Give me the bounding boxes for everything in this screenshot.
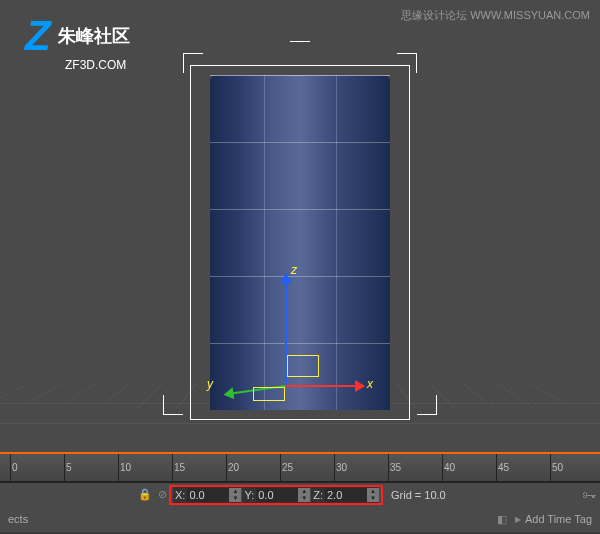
cage-corner <box>163 395 183 415</box>
timeline-label: 45 <box>498 462 509 473</box>
logo-letter: Z <box>25 12 51 60</box>
timeline-label: 40 <box>444 462 455 473</box>
gizmo-x-axis[interactable] <box>285 385 363 387</box>
timeline-label: 10 <box>120 462 131 473</box>
z-input[interactable] <box>325 488 367 502</box>
timeline-label: 5 <box>66 462 72 473</box>
cage-corner <box>290 41 310 61</box>
timeline-tick <box>388 454 389 482</box>
z-label: Z: <box>311 489 325 501</box>
selection-lock-icon[interactable]: ⊘ <box>158 488 167 501</box>
logo-title-cn: 朱峰社区 <box>58 24 130 48</box>
add-time-tag-label: Add Time Tag <box>525 513 592 525</box>
ground-line <box>0 423 600 424</box>
timeline-label: 50 <box>552 462 563 473</box>
timeline-label: 30 <box>336 462 347 473</box>
timeline-label: 20 <box>228 462 239 473</box>
grid-label: Grid = 10.0 <box>391 489 446 501</box>
timeline-tick <box>172 454 173 482</box>
cage-corner <box>417 395 437 415</box>
add-time-tag-button[interactable]: Add Time Tag <box>515 513 592 525</box>
3d-viewport[interactable]: Z 朱峰社区 ZF3D.COM 思缘设计论坛 WWW.MISSYUAN.COM <box>0 0 600 454</box>
x-label: X: <box>173 489 187 501</box>
gizmo-plane-zx[interactable] <box>287 355 319 377</box>
lock-icon[interactable]: 🔒 <box>138 488 152 502</box>
timeline-tick <box>226 454 227 482</box>
y-input[interactable] <box>256 488 298 502</box>
autokey-icon[interactable]: 🗝 <box>582 487 596 503</box>
timeline-tick <box>550 454 551 482</box>
y-label: Y: <box>242 489 256 501</box>
y-coord-group: Y: ▲▼ <box>242 487 310 503</box>
z-spinner[interactable]: ▲▼ <box>367 488 379 502</box>
timeline-label: 35 <box>390 462 401 473</box>
axis-label-y: y <box>207 377 213 391</box>
timeline-tick <box>334 454 335 482</box>
axis-label-z: z <box>291 263 297 277</box>
timeline-tick <box>496 454 497 482</box>
x-input[interactable] <box>187 488 229 502</box>
edge-vertical <box>336 75 337 410</box>
timeline-ruler[interactable]: 0 5 10 15 20 25 30 35 40 45 50 <box>0 454 600 482</box>
edge-loop <box>210 142 390 143</box>
timeline-label: 25 <box>282 462 293 473</box>
x-spinner[interactable]: ▲▼ <box>229 488 241 502</box>
prompt-bar: ects ◧ Add Time Tag <box>0 506 600 532</box>
gizmo-plane-xy[interactable] <box>253 387 285 401</box>
timeline-label: 0 <box>12 462 18 473</box>
edge-loop <box>210 209 390 210</box>
prompt-text: ects <box>8 513 28 525</box>
right-controls: ◧ Add Time Tag <box>497 513 592 526</box>
z-coord-group: Z: ▲▼ <box>311 487 379 503</box>
cube-icon[interactable]: ◧ <box>497 513 507 526</box>
watermark-right: 思缘设计论坛 WWW.MISSYUAN.COM <box>401 8 590 23</box>
timeline-tick <box>280 454 281 482</box>
timeline-tick <box>10 454 11 482</box>
edge-vertical <box>264 75 265 410</box>
timeline-tick <box>442 454 443 482</box>
logo-url: ZF3D.COM <box>65 58 130 72</box>
y-spinner[interactable]: ▲▼ <box>298 488 310 502</box>
coordinate-status-bar: 🔒 ⊘ X: ▲▼ Y: ▲▼ Z: ▲▼ Grid = 10.0 🗝 <box>0 482 600 506</box>
timeline-panel: 0 5 10 15 20 25 30 35 40 45 50 🔒 ⊘ X: ▲▼ <box>0 454 600 534</box>
edge-loop <box>210 276 390 277</box>
axis-label-x: x <box>367 377 373 391</box>
timeline-label: 15 <box>174 462 185 473</box>
timeline-tick <box>64 454 65 482</box>
timeline-tick <box>118 454 119 482</box>
watermark-left: Z 朱峰社区 ZF3D.COM <box>25 12 130 72</box>
coordinate-highlight: X: ▲▼ Y: ▲▼ Z: ▲▼ <box>169 485 383 505</box>
edge-loop <box>210 343 390 344</box>
x-coord-group: X: ▲▼ <box>173 487 241 503</box>
